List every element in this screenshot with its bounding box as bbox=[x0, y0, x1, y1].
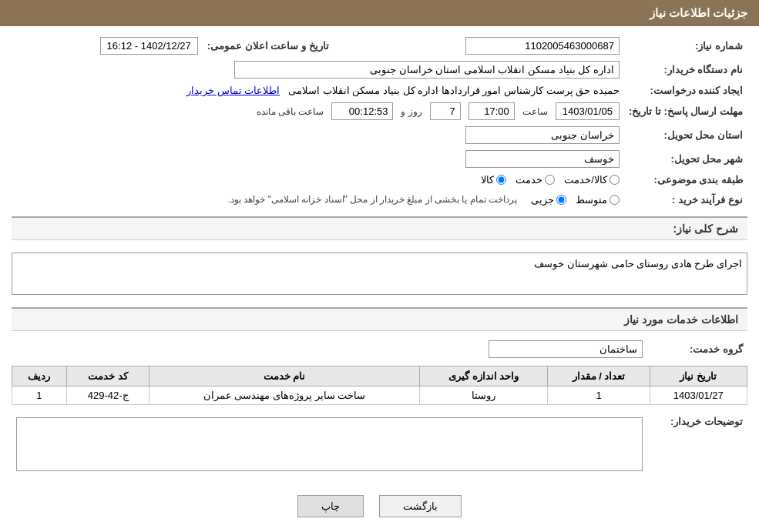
buyer-notes-table: توضیحات خریدار: bbox=[12, 411, 747, 477]
label-kala-khidmat: کالا/خدمت bbox=[564, 174, 607, 186]
category-kala: کالا bbox=[481, 174, 506, 186]
announcement-date-box: 1402/12/27 - 16:12 bbox=[100, 37, 198, 55]
buyer-notes-label: توضیحات خریدار: bbox=[647, 411, 747, 477]
category-value: کالا/خدمت خدمت کالا bbox=[12, 171, 624, 189]
city-value: خوسف bbox=[12, 147, 624, 171]
buyer-org-value: اداره کل بنیاد مسکن انقلاب اسلامی استان … bbox=[12, 58, 624, 82]
radio-khidmat[interactable] bbox=[545, 175, 555, 185]
service-group-value: ساختمان bbox=[12, 337, 647, 361]
main-info-table: شماره نیاز: 1102005463000687 تاریخ و ساع… bbox=[12, 34, 747, 210]
cell-unit: روستا bbox=[419, 386, 548, 405]
cell-date: 1403/01/27 bbox=[650, 386, 747, 405]
city-box: خوسف bbox=[465, 150, 620, 168]
need-description-text: اجرای طرح هادی روستای حامی شهرستان خوسف bbox=[534, 258, 742, 269]
col-service-code: کد خدمت bbox=[66, 366, 149, 386]
days-label: روز و bbox=[401, 106, 421, 117]
deadline-days-box: 7 bbox=[430, 102, 461, 120]
purchase-type-note: پرداخت تمام یا بخشی از مبلغ خریدار از مح… bbox=[223, 192, 522, 207]
province-label: استان محل تحویل: bbox=[624, 123, 747, 147]
col-row: ردیف bbox=[12, 366, 67, 386]
creator-label: ایجاد کننده درخواست: bbox=[624, 82, 747, 99]
radio-متوسط[interactable] bbox=[610, 195, 620, 205]
deadline-label: مهلت ارسال پاسخ: تا تاریخ: bbox=[624, 99, 747, 123]
services-table: تاریخ نیاز تعداد / مقدار واحد اندازه گیر… bbox=[12, 366, 747, 405]
city-label: شهر محل تحویل: bbox=[624, 147, 747, 171]
creator-text: حمیده حق پرست کارشناس امور قراردادها ادا… bbox=[288, 85, 620, 96]
time-label: ساعت bbox=[522, 106, 548, 117]
radio-kala-khidmat[interactable] bbox=[610, 175, 620, 185]
province-value: خراسان جنوبی bbox=[12, 123, 624, 147]
back-button[interactable]: بازگشت bbox=[379, 495, 462, 517]
page-title: جزئیات اطلاعات نیاز bbox=[650, 6, 747, 19]
type-متوسط: متوسط bbox=[576, 194, 620, 206]
cell-row: 1 bbox=[12, 386, 67, 405]
remaining-label: ساعت باقی مانده bbox=[257, 106, 324, 117]
creator-value: حمیده حق پرست کارشناس امور قراردادها ادا… bbox=[12, 82, 624, 99]
col-service-name: نام خدمت bbox=[149, 366, 419, 386]
announcement-value: 1402/12/27 - 16:12 bbox=[12, 34, 203, 58]
announcement-label: تاریخ و ساعت اعلان عمومی: bbox=[203, 34, 334, 58]
label-متوسط: متوسط bbox=[576, 194, 607, 206]
category-label: طبقه بندی موضوعی: bbox=[624, 171, 747, 189]
purchase-type-value: متوسط جزیی پرداخت تمام یا بخشی از مبلغ خ… bbox=[12, 189, 624, 210]
radio-kala[interactable] bbox=[496, 175, 506, 185]
col-need-date: تاریخ نیاز bbox=[650, 366, 747, 386]
buyer-org-label: نام دستگاه خریدار: bbox=[624, 58, 747, 82]
service-group-label: گروه خدمت: bbox=[647, 337, 747, 361]
label-khidmat: خدمت bbox=[516, 174, 542, 186]
need-number-label: شماره نیاز: bbox=[624, 34, 747, 58]
contact-info-link[interactable]: اطلاعات تماس خریدار bbox=[186, 85, 280, 96]
label-جزیی: جزیی bbox=[531, 194, 554, 206]
need-description-box: اجرای طرح هادی روستای حامی شهرستان خوسف bbox=[12, 253, 747, 295]
label-kala: کالا bbox=[481, 174, 494, 186]
deadline-date-box: 1403/01/05 bbox=[556, 102, 620, 120]
remaining-time-box: 00:12:53 bbox=[331, 102, 393, 120]
buyer-notes-value bbox=[12, 411, 647, 477]
deadline-time-box: 17:00 bbox=[468, 102, 515, 120]
need-description-section-title: شرح کلی نیاز: bbox=[12, 216, 747, 240]
cell-service-name: ساخت سایر پروژه‌های مهندسی عمران bbox=[149, 386, 419, 405]
col-unit: واحد اندازه گیری bbox=[419, 366, 548, 386]
service-group-table: گروه خدمت: ساختمان bbox=[12, 337, 747, 361]
category-khidmat: خدمت bbox=[516, 174, 555, 186]
province-box: خراسان جنوبی bbox=[465, 126, 620, 144]
category-kala-khidmat: کالا/خدمت bbox=[564, 174, 620, 186]
cell-code: ج-42-429 bbox=[66, 386, 149, 405]
bottom-buttons: بازگشت چاپ bbox=[12, 483, 747, 529]
service-group-box: ساختمان bbox=[489, 340, 643, 358]
cell-quantity: 1 bbox=[548, 386, 650, 405]
type-جزیی: جزیی bbox=[531, 194, 566, 206]
buyer-org-box: اداره کل بنیاد مسکن انقلاب اسلامی استان … bbox=[234, 61, 620, 79]
col-quantity: تعداد / مقدار bbox=[548, 366, 650, 386]
purchase-type-label: نوع فرآیند خرید : bbox=[624, 189, 747, 210]
need-number-box: 1102005463000687 bbox=[465, 37, 620, 55]
print-button[interactable]: چاپ bbox=[297, 495, 364, 517]
need-number-value: 1102005463000687 bbox=[334, 34, 624, 58]
table-row: 1403/01/27 1 روستا ساخت سایر پروژه‌های م… bbox=[12, 386, 747, 405]
buyer-notes-box bbox=[16, 417, 643, 471]
page-header: جزئیات اطلاعات نیاز bbox=[0, 0, 759, 26]
radio-جزیی[interactable] bbox=[556, 195, 566, 205]
deadline-value: 1403/01/05 ساعت 17:00 7 روز و 00:12:53 س… bbox=[12, 99, 624, 123]
services-section-title: اطلاعات خدمات مورد نیاز bbox=[12, 307, 747, 331]
